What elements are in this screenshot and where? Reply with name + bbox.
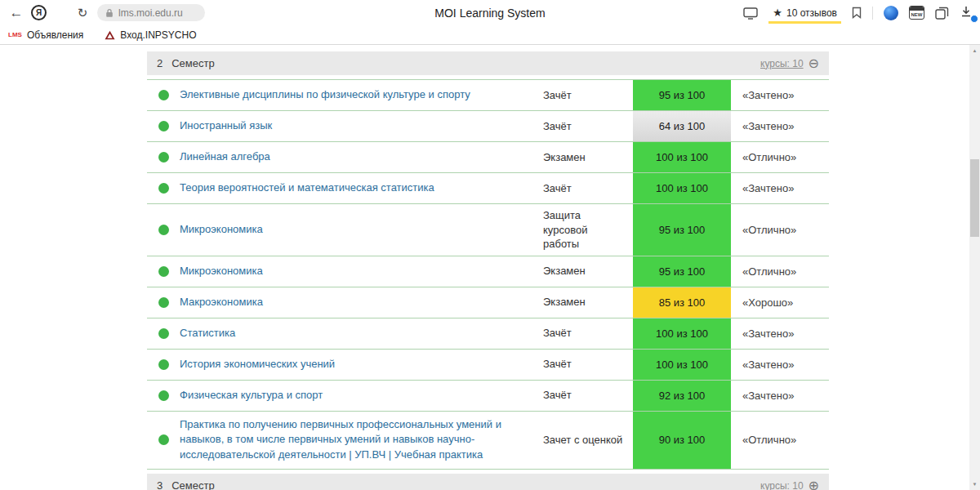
subject-link[interactable]: Теория вероятностей и математическая ста… (180, 173, 543, 203)
scrollbar-thumb[interactable] (970, 159, 979, 237)
inpsycho-icon (105, 30, 115, 40)
scroll-down-icon: ▼ (973, 482, 978, 487)
status-cell (147, 173, 180, 203)
score-cell: 95 из 100 (633, 256, 731, 287)
table-row: Практика по получению первичных професси… (147, 412, 829, 470)
assessment-type: Зачет с оценкой (543, 412, 633, 470)
status-dot-icon (158, 359, 169, 370)
status-cell (147, 204, 180, 256)
status-cell (147, 350, 180, 380)
table-row: Микроэкономика Защита курсовой работы 95… (147, 204, 829, 256)
table-row: Физическая культура и спорт Зачёт 92 из … (147, 381, 829, 412)
table-row: Статистика Зачёт 100 из 100 «Зачтено» (147, 318, 829, 350)
subject-link[interactable]: Иностранный язык (180, 111, 543, 141)
semester-label: Семестр (172, 57, 214, 69)
subject-link[interactable]: Макроэкономика (180, 287, 543, 318)
semester-header: 2 Семестр курсы: 10 ⊖ (147, 51, 829, 75)
assessment-type: Экзамен (543, 142, 633, 172)
url-text: lms.moi.edu.ru (118, 7, 183, 19)
score-cell: 100 из 100 (633, 173, 731, 203)
status-dot-icon (158, 434, 169, 445)
score-cell: 90 из 100 (633, 412, 731, 470)
score-cell: 100 из 100 (633, 318, 731, 349)
courses-count-link[interactable]: курсы: 10 (760, 58, 804, 69)
score-cell: 100 из 100 (633, 142, 731, 172)
grade-text: «Отлично» (731, 256, 829, 287)
grade-text: «Отлично» (731, 204, 829, 256)
semester-number: 3 (157, 479, 163, 490)
status-cell (147, 412, 180, 470)
table-row: Линейная алгебра Экзамен 100 из 100 «Отл… (147, 142, 829, 173)
address-bar[interactable]: lms.moi.edu.ru (97, 4, 205, 21)
reviews-button[interactable]: ★ 10 отзывов (768, 2, 841, 24)
assessment-type: Зачёт (543, 111, 633, 141)
bookmark-item-inpsycho[interactable]: Вход.INPSYCHO (105, 29, 196, 41)
score-cell: 95 из 100 (633, 80, 731, 110)
blue-extension-icon[interactable] (884, 6, 898, 20)
back-button[interactable]: ← (7, 3, 26, 23)
page-title: MOI Learning System (434, 7, 545, 20)
score-cell: 100 из 100 (633, 350, 731, 380)
scroll-down-button[interactable]: ▼ (969, 479, 980, 490)
grade-text: «Отлично» (731, 412, 829, 470)
yandex-icon: Я (36, 8, 42, 17)
back-icon: ← (10, 5, 24, 21)
subject-link[interactable]: Элективные дисциплины по физической куль… (180, 80, 543, 110)
subject-link[interactable]: Линейная алгебра (180, 142, 543, 172)
downloads-button[interactable] (960, 5, 976, 21)
status-dot-icon (158, 90, 169, 100)
status-cell (147, 80, 180, 110)
subject-link[interactable]: История экономических учений (180, 350, 543, 380)
assessment-type: Экзамен (543, 256, 633, 287)
grade-text: «Зачтено» (731, 80, 829, 110)
bookmark-item-announcements[interactable]: LMS Объявления (8, 29, 83, 41)
courses-count-link[interactable]: курсы: 10 (760, 480, 804, 490)
grades-table: 2 Семестр курсы: 10 ⊖ Элективные дисципл… (147, 51, 829, 490)
status-cell (147, 142, 180, 172)
assessment-type: Экзамен (543, 287, 633, 318)
cast-icon[interactable] (743, 7, 758, 20)
refresh-button[interactable]: ↻ (73, 3, 92, 23)
yandex-logo-button[interactable]: Я (31, 5, 47, 20)
course-rows: Элективные дисциплины по физической куль… (147, 79, 829, 470)
score-cell: 95 из 100 (633, 204, 731, 256)
subject-link[interactable]: Микроэкономика (180, 256, 543, 287)
scrollbar[interactable]: ▲ ▼ (969, 45, 980, 490)
subject-link[interactable]: Практика по получению первичных професси… (180, 412, 543, 470)
bookmark-label: Вход.INPSYCHO (120, 29, 196, 41)
status-cell (147, 256, 180, 287)
grade-text: «Отлично» (731, 142, 829, 172)
assessment-type: Зачёт (543, 173, 633, 203)
status-cell (147, 318, 180, 349)
grade-text: «Зачтено» (731, 350, 829, 380)
expand-icon[interactable]: ⊕ (808, 479, 819, 490)
bookmark-icon[interactable] (852, 7, 862, 19)
status-dot-icon (158, 297, 169, 308)
table-row: Микроэкономика Экзамен 95 из 100 «Отличн… (147, 256, 829, 287)
lms-icon: LMS (8, 31, 22, 38)
assessment-type: Зачёт (543, 381, 633, 411)
subject-link[interactable]: Микроэкономика (180, 204, 543, 256)
page-content: 2 Семестр курсы: 10 ⊖ Элективные дисципл… (0, 45, 980, 490)
subject-link[interactable]: Статистика (180, 318, 543, 349)
score-cell: 85 из 100 (633, 287, 731, 318)
grade-text: «Зачтено» (731, 111, 829, 141)
new-extension-icon[interactable]: NEW (909, 6, 924, 20)
toolbar-right-icons: ★ 10 отзывов NEW (743, 0, 976, 25)
browser-toolbar: ← Я ↻ lms.moi.edu.ru MOI Learning System… (0, 0, 980, 25)
table-row: История экономических учений Зачёт 100 и… (147, 350, 829, 381)
bookmarks-bar: LMS Объявления Вход.INPSYCHO (0, 25, 980, 45)
subject-link[interactable]: Физическая культура и спорт (180, 381, 543, 411)
collections-icon[interactable] (935, 7, 949, 20)
grade-text: «Хорошо» (731, 287, 829, 318)
status-dot-icon (158, 266, 169, 277)
collapse-icon[interactable]: ⊖ (808, 57, 819, 70)
bookmark-label: Объявления (27, 29, 83, 41)
status-dot-icon (158, 225, 169, 235)
status-dot-icon (158, 121, 169, 131)
score-cell: 64 из 100 (633, 111, 731, 141)
scroll-up-button[interactable]: ▲ (969, 45, 980, 56)
status-dot-icon (158, 152, 169, 163)
semester-number: 2 (157, 57, 163, 69)
lock-icon (105, 8, 114, 18)
